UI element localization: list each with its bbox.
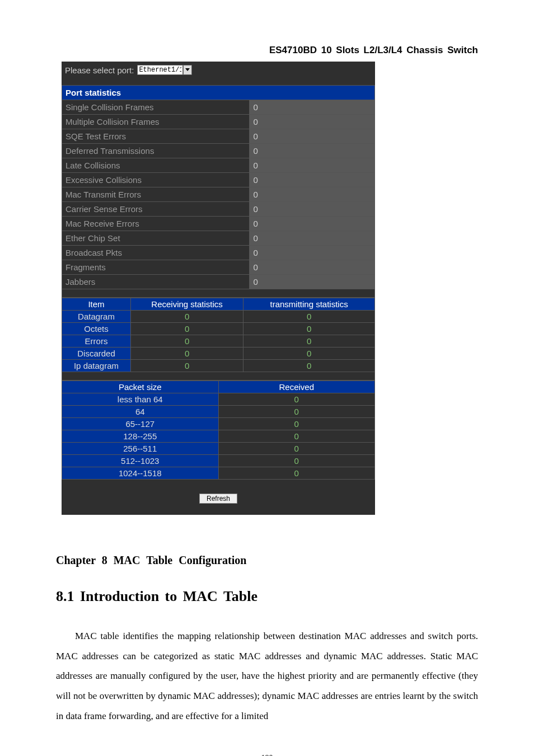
port-select-input[interactable] (137, 65, 183, 75)
item-row-label: Octets (62, 323, 131, 335)
table-row: Carrier Sense Errors0 (62, 202, 375, 217)
stat-value: 0 (250, 144, 375, 158)
stat-value: 0 (250, 275, 375, 289)
stat-label: Multiple Collision Frames (62, 115, 250, 129)
table-row: Mac Receive Errors0 (62, 217, 375, 231)
item-row-label: Discarded (62, 348, 131, 360)
table-row: 512--10230 (62, 455, 375, 467)
stat-label: Ether Chip Set (62, 231, 250, 246)
packet-received-value: 0 (218, 443, 375, 455)
document-header: ES4710BD 10 Slots L2/L3/L4 Chassis Switc… (56, 45, 478, 56)
item-tx-value: 0 (243, 360, 375, 372)
table-row: Single Collision Frames0 (62, 100, 375, 115)
pkt-header-size: Packet size (62, 381, 219, 393)
packet-size-table: Packet size Received less than 64064065-… (62, 381, 375, 480)
pkt-header-received: Received (218, 381, 375, 393)
stat-value: 0 (250, 217, 375, 231)
packet-size-label: 65--127 (62, 418, 219, 430)
packet-received-value: 0 (218, 393, 375, 406)
stat-label: Broadcast Pkts (62, 246, 250, 260)
item-tx-value: 0 (243, 323, 375, 335)
stat-label: Fragments (62, 260, 250, 275)
stat-label: Single Collision Frames (62, 100, 250, 115)
table-row: Late Collisions0 (62, 158, 375, 173)
stat-value: 0 (250, 100, 375, 115)
table-row: SQE Test Errors0 (62, 129, 375, 144)
packet-received-value: 0 (218, 430, 375, 443)
item-rx-value: 0 (130, 348, 243, 360)
item-rx-value: 0 (130, 335, 243, 348)
table-row: Discarded00 (62, 348, 375, 360)
packet-size-label: less than 64 (62, 393, 219, 406)
item-tx-value: 0 (243, 335, 375, 348)
packet-size-label: 64 (62, 406, 219, 418)
document-page: ES4710BD 10 Slots L2/L3/L4 Chassis Switc… (0, 0, 534, 756)
packet-received-value: 0 (218, 418, 375, 430)
stat-label: Mac Transmit Errors (62, 187, 250, 202)
table-row: 65--1270 (62, 418, 375, 430)
refresh-button[interactable]: Refresh (199, 494, 237, 504)
port-select-row: Please select port: (62, 62, 375, 85)
table-row: Broadcast Pkts0 (62, 246, 375, 260)
port-select-label: Please select port: (65, 65, 134, 75)
svg-marker-0 (185, 68, 190, 71)
page-number: 180 (56, 754, 478, 756)
table-row: Ip datagram00 (62, 360, 375, 372)
stat-value: 0 (250, 173, 375, 187)
item-header-rx: Receiving statistics (130, 298, 243, 311)
stat-label: Jabbers (62, 275, 250, 289)
table-row: 128--2550 (62, 430, 375, 443)
section-heading: 8.1 Introduction to MAC Table (56, 588, 478, 605)
chevron-down-icon[interactable] (183, 65, 192, 75)
stat-label: SQE Test Errors (62, 129, 250, 144)
stat-label: Excessive Collisions (62, 173, 250, 187)
stat-value: 0 (250, 202, 375, 217)
item-row-label: Errors (62, 335, 131, 348)
stat-value: 0 (250, 129, 375, 144)
table-row: Multiple Collision Frames0 (62, 115, 375, 129)
table-row: Fragments0 (62, 260, 375, 275)
port-statistics-panel: Please select port: Port statistics Sing… (62, 62, 375, 515)
body-paragraph: MAC table identifies the mapping relatio… (56, 626, 478, 726)
stat-label: Late Collisions (62, 158, 250, 173)
table-row: Deferred Transmissions0 (62, 144, 375, 158)
port-select-dropdown[interactable] (137, 65, 192, 75)
table-row: 640 (62, 406, 375, 418)
table-row: less than 640 (62, 393, 375, 406)
stat-value: 0 (250, 231, 375, 246)
item-header-tx: transmitting statistics (243, 298, 375, 311)
stat-label: Mac Receive Errors (62, 217, 250, 231)
stat-value: 0 (250, 246, 375, 260)
item-statistics-table: Item Receiving statistics transmitting s… (62, 298, 375, 381)
table-row: Excessive Collisions0 (62, 173, 375, 187)
packet-size-label: 1024--1518 (62, 467, 219, 480)
stat-value: 0 (250, 187, 375, 202)
table-row: Mac Transmit Errors0 (62, 187, 375, 202)
chapter-heading: Chapter 8 MAC Table Configuration (56, 554, 478, 567)
port-statistics-table: Port statistics Single Collision Frames0… (62, 85, 375, 298)
packet-size-label: 256--511 (62, 443, 219, 455)
table-row: Errors00 (62, 335, 375, 348)
port-stats-title: Port statistics (62, 86, 375, 100)
stat-label: Carrier Sense Errors (62, 202, 250, 217)
table-row: 256--5110 (62, 443, 375, 455)
item-tx-value: 0 (243, 348, 375, 360)
stat-value: 0 (250, 158, 375, 173)
table-row: Jabbers0 (62, 275, 375, 289)
stat-value: 0 (250, 260, 375, 275)
stat-value: 0 (250, 115, 375, 129)
stat-label: Deferred Transmissions (62, 144, 250, 158)
packet-size-label: 512--1023 (62, 455, 219, 467)
table-row: Datagram00 (62, 311, 375, 323)
item-tx-value: 0 (243, 311, 375, 323)
item-rx-value: 0 (130, 360, 243, 372)
table-row: Octets00 (62, 323, 375, 335)
item-row-label: Ip datagram (62, 360, 131, 372)
item-row-label: Datagram (62, 311, 131, 323)
packet-received-value: 0 (218, 406, 375, 418)
item-header-item: Item (62, 298, 131, 311)
item-rx-value: 0 (130, 311, 243, 323)
item-rx-value: 0 (130, 323, 243, 335)
packet-received-value: 0 (218, 467, 375, 480)
packet-received-value: 0 (218, 455, 375, 467)
